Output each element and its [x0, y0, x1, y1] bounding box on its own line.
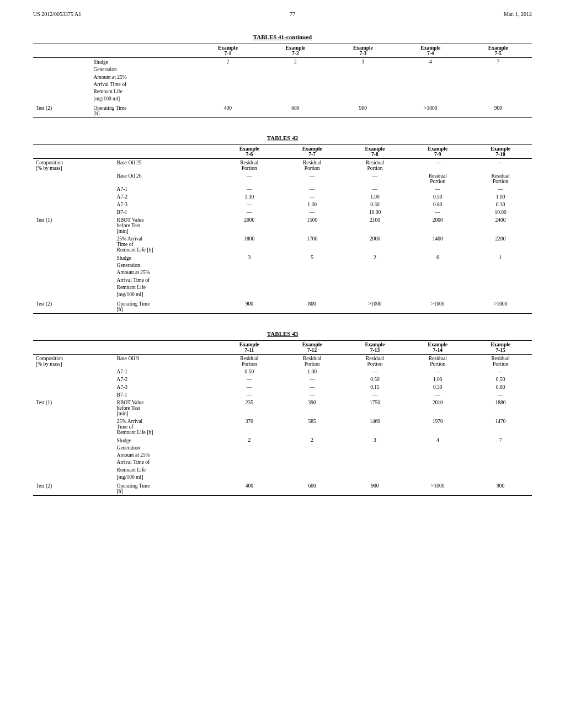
cell-v3: — [344, 172, 407, 185]
cell-v5: ResidualPortion [469, 172, 532, 185]
cell-v2: — [281, 193, 344, 201]
cell-v2: 2 [262, 58, 329, 104]
cell-v5: 1880 [469, 399, 532, 417]
cell-v1: ResidualPortion [218, 354, 281, 368]
row-label [33, 417, 114, 436]
row-label: Test (2) [33, 104, 90, 118]
row-label: Test (2) [33, 482, 114, 496]
row-sublabel: B7-1 [114, 208, 218, 216]
row-label [33, 254, 114, 300]
cell-v4: 0.80 [406, 201, 469, 208]
row-sublabel: Base Oil 9 [114, 354, 218, 368]
cell-v4: — [406, 185, 469, 193]
table-row: Base Oil 26 — — — ResidualPortion Residu… [33, 172, 532, 185]
row-label [33, 376, 114, 383]
table42-section: TABLES 42 Example7-6 Example7-7 Example7… [33, 135, 532, 314]
cell-v1: — [218, 201, 281, 208]
row-sublabel: SludgeGenerationAmount at 25%Arrival Tim… [114, 254, 218, 300]
cell-v4: 0.30 [406, 383, 469, 391]
cell-v5: 0.50 [469, 376, 532, 383]
cell-v5: 0.30 [469, 201, 532, 208]
cell-v3: 1460 [344, 417, 407, 436]
cell-v3: 2000 [344, 235, 407, 254]
cell-v5: 1.00 [469, 193, 532, 201]
col-ex76: Example7-6 [218, 144, 281, 158]
cell-v5: — [469, 185, 532, 193]
cell-v1: 2000 [218, 216, 281, 235]
cell-v5: >1000 [469, 300, 532, 314]
cell-v4: 6 [406, 254, 469, 300]
cell-v1: 2 [218, 436, 281, 483]
cell-v5: 900 [465, 104, 532, 118]
table41-title: TABLES 41-continued [33, 34, 532, 40]
cell-v3: >1000 [344, 300, 407, 314]
cell-v4: >1000 [397, 104, 464, 118]
row-sublabel: RBOT Valuebefore Test[min] [114, 399, 218, 417]
table-row: 25% ArrivalTime ofRemnant Life [h] 1800 … [33, 235, 532, 254]
col-ex72: Example7-2 [262, 44, 329, 58]
row-label: Test (1) [33, 216, 114, 235]
cell-v4: 4 [406, 436, 469, 483]
cell-v5: 2200 [469, 235, 532, 254]
table-row: A7-2 1.30 — 1.00 0.50 1.00 [33, 193, 532, 201]
cell-v4: 1.00 [406, 376, 469, 383]
table41-header-row: Example7-1 Example7-2 Example7-3 Example… [33, 44, 532, 58]
cell-v1: 2 [194, 58, 262, 104]
cell-v1: — [218, 172, 281, 185]
row-sublabel: A7-1 [114, 368, 218, 376]
cell-v2: 2 [281, 436, 344, 483]
cell-v2: 600 [262, 104, 329, 118]
cell-v3: 900 [329, 104, 397, 118]
page-number: 77 [290, 11, 295, 17]
cell-v2: 390 [281, 399, 344, 417]
cell-v1: 400 [194, 104, 262, 118]
cell-v5: 10.00 [469, 208, 532, 216]
cell-v2: — [281, 376, 344, 383]
cell-v3: 900 [344, 482, 407, 496]
cell-v2: 1700 [281, 235, 344, 254]
col-ex713: Example7-13 [344, 340, 407, 354]
row-sublabel: 25% ArrivalTime ofRemnant Life [h] [114, 235, 218, 254]
table-row: Test (1) RBOT Valuebefore Test[min] 235 … [33, 399, 532, 417]
col-ex73: Example7-3 [329, 44, 397, 58]
cell-v2: — [281, 391, 344, 399]
row-sublabel: A7-1 [114, 185, 218, 193]
row-label: Test (1) [33, 399, 114, 417]
row-label [33, 193, 114, 201]
row-sublabel: Base Oil 26 [114, 172, 218, 185]
row-label [33, 208, 114, 216]
table-row: B7-1 — — — — — [33, 391, 532, 399]
table43-title: TABLES 43 [33, 330, 532, 337]
cell-v5: ResidualPortion [469, 354, 532, 368]
cell-v3: 3 [329, 58, 397, 104]
col-ex71: Example7-1 [194, 44, 262, 58]
patent-date: Mar. 1, 2012 [504, 11, 532, 17]
table-row: A7-1 0.50 1.00 — — — [33, 368, 532, 376]
row-sublabel: Operating Time[h] [90, 104, 194, 118]
row-sublabel: Operating Time[h] [114, 300, 218, 314]
col-empty1 [33, 144, 114, 158]
cell-v4: >1000 [406, 300, 469, 314]
cell-v1: 3 [218, 254, 281, 300]
cell-v4: — [406, 158, 469, 172]
row-sublabel: RBOT Valuebefore Test[min] [114, 216, 218, 235]
table41: Example7-1 Example7-2 Example7-3 Example… [33, 44, 532, 118]
row-sublabel: Base Oil 25 [114, 158, 218, 172]
col-ex74: Example7-4 [397, 44, 464, 58]
col-ex711: Example7-11 [218, 340, 281, 354]
cell-v5: — [469, 391, 532, 399]
col-ex77: Example7-7 [281, 144, 344, 158]
cell-v1: 1800 [218, 235, 281, 254]
cell-v1: 400 [218, 482, 281, 496]
cell-v5: — [469, 368, 532, 376]
cell-v2: 585 [281, 417, 344, 436]
row-sublabel: Operating Time[h] [114, 482, 218, 496]
cell-v3: — [344, 185, 407, 193]
col-ex715: Example7-15 [469, 340, 532, 354]
row-label [33, 436, 114, 483]
col-empty2 [114, 144, 218, 158]
table42: Example7-6 Example7-7 Example7-8 Example… [33, 144, 532, 314]
table-row: Composition[% by mass] Base Oil 25 Resid… [33, 158, 532, 172]
table42-title: TABLES 42 [33, 135, 532, 141]
table41-section: TABLES 41-continued Example7-1 Example7-… [33, 34, 532, 118]
